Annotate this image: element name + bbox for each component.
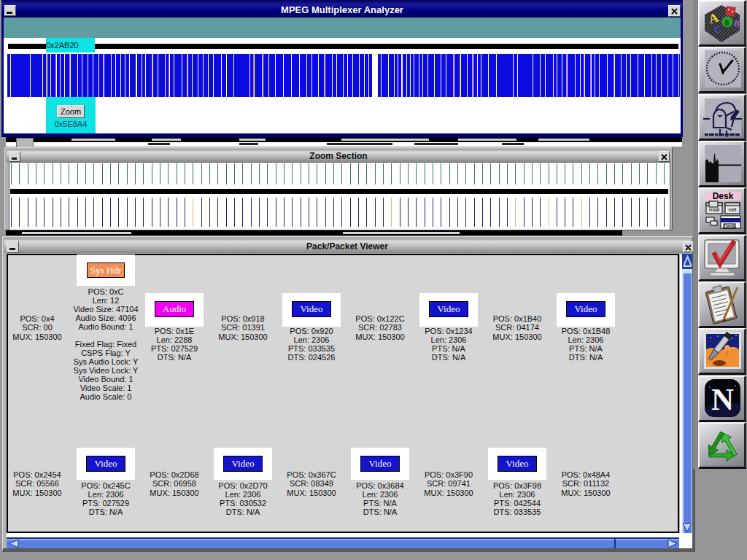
- svg-text:net: net: [728, 206, 737, 213]
- svg-text:Desk: Desk: [713, 191, 734, 201]
- svg-text:mail: mail: [709, 206, 720, 213]
- svg-text:N: N: [711, 382, 734, 416]
- svg-text:8: 8: [724, 17, 729, 28]
- svg-text:Desk: Desk: [724, 224, 735, 229]
